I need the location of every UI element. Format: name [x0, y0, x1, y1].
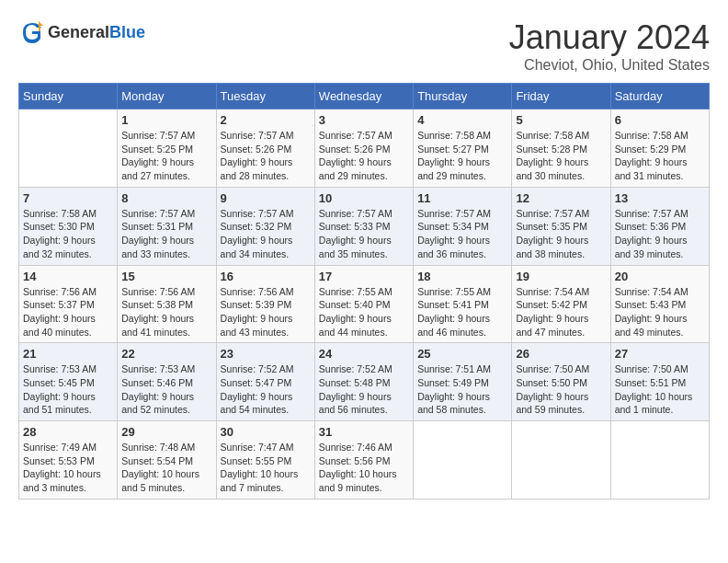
calendar-day-cell: 31Sunrise: 7:46 AMSunset: 5:56 PMDayligh… — [314, 421, 413, 500]
day-info: Sunrise: 7:47 AMSunset: 5:55 PMDaylight:… — [221, 441, 311, 495]
day-info: Sunrise: 7:54 AMSunset: 5:42 PMDaylight:… — [516, 285, 606, 339]
calendar-day-cell: 16Sunrise: 7:56 AMSunset: 5:39 PMDayligh… — [216, 265, 314, 343]
day-info: Sunrise: 7:58 AMSunset: 5:27 PMDaylight:… — [417, 129, 507, 183]
day-number: 22 — [121, 347, 211, 361]
weekday-row: SundayMondayTuesdayWednesdayThursdayFrid… — [19, 84, 710, 109]
calendar-week-row: 28Sunrise: 7:49 AMSunset: 5:53 PMDayligh… — [19, 421, 710, 500]
day-number: 31 — [319, 425, 409, 439]
day-number: 17 — [319, 270, 409, 283]
day-info: Sunrise: 7:50 AMSunset: 5:50 PMDaylight:… — [516, 362, 606, 417]
calendar-body: 1Sunrise: 7:57 AMSunset: 5:25 PMDaylight… — [19, 109, 710, 500]
day-info: Sunrise: 7:57 AMSunset: 5:34 PMDaylight:… — [417, 207, 507, 261]
day-number: 12 — [516, 191, 606, 205]
day-info: Sunrise: 7:57 AMSunset: 5:25 PMDaylight:… — [121, 129, 211, 183]
header: GeneralBlue January 2024 Cheviot, Ohio, … — [18, 18, 710, 74]
weekday-header: Saturday — [610, 84, 709, 109]
weekday-header: Friday — [512, 84, 610, 109]
day-number: 4 — [417, 113, 507, 127]
calendar-day-cell: 18Sunrise: 7:55 AMSunset: 5:41 PMDayligh… — [414, 265, 512, 343]
day-info: Sunrise: 7:53 AMSunset: 5:45 PMDaylight:… — [23, 362, 113, 417]
logo: GeneralBlue — [18, 18, 145, 46]
day-info: Sunrise: 7:57 AMSunset: 5:33 PMDaylight:… — [319, 207, 409, 261]
day-info: Sunrise: 7:57 AMSunset: 5:35 PMDaylight:… — [516, 207, 606, 261]
calendar-day-cell: 1Sunrise: 7:57 AMSunset: 5:25 PMDaylight… — [118, 109, 216, 188]
day-number: 2 — [221, 113, 311, 127]
day-number: 8 — [121, 191, 211, 205]
calendar-day-cell: 10Sunrise: 7:57 AMSunset: 5:33 PMDayligh… — [314, 187, 413, 265]
day-info: Sunrise: 7:51 AMSunset: 5:49 PMDaylight:… — [417, 362, 507, 417]
calendar-day-cell: 2Sunrise: 7:57 AMSunset: 5:26 PMDaylight… — [216, 109, 314, 188]
calendar-day-cell: 9Sunrise: 7:57 AMSunset: 5:32 PMDaylight… — [216, 187, 314, 265]
calendar-week-row: 14Sunrise: 7:56 AMSunset: 5:37 PMDayligh… — [19, 265, 710, 343]
logo-text: GeneralBlue — [48, 23, 145, 42]
calendar-day-cell: 29Sunrise: 7:48 AMSunset: 5:54 PMDayligh… — [118, 421, 216, 500]
day-info: Sunrise: 7:58 AMSunset: 5:29 PMDaylight:… — [615, 129, 705, 183]
subtitle: Cheviot, Ohio, United States — [509, 57, 710, 74]
day-info: Sunrise: 7:57 AMSunset: 5:32 PMDaylight:… — [221, 207, 311, 261]
day-info: Sunrise: 7:57 AMSunset: 5:36 PMDaylight:… — [615, 207, 705, 261]
calendar-day-cell — [414, 421, 512, 500]
day-number: 30 — [221, 425, 311, 439]
calendar-day-cell: 17Sunrise: 7:55 AMSunset: 5:40 PMDayligh… — [314, 265, 413, 343]
calendar-day-cell: 21Sunrise: 7:53 AMSunset: 5:45 PMDayligh… — [19, 343, 118, 421]
day-info: Sunrise: 7:56 AMSunset: 5:38 PMDaylight:… — [121, 285, 211, 339]
weekday-header: Monday — [118, 84, 216, 109]
day-number: 28 — [23, 425, 113, 439]
calendar-day-cell: 26Sunrise: 7:50 AMSunset: 5:50 PMDayligh… — [512, 343, 610, 421]
day-info: Sunrise: 7:56 AMSunset: 5:39 PMDaylight:… — [221, 285, 311, 339]
weekday-header: Sunday — [19, 84, 118, 109]
calendar-day-cell — [610, 421, 709, 500]
day-number: 19 — [516, 270, 606, 283]
day-info: Sunrise: 7:52 AMSunset: 5:47 PMDaylight:… — [221, 362, 311, 417]
day-number: 9 — [221, 191, 311, 205]
day-number: 25 — [417, 347, 507, 361]
logo-blue: Blue — [109, 23, 145, 41]
day-number: 26 — [516, 347, 606, 361]
day-info: Sunrise: 7:52 AMSunset: 5:48 PMDaylight:… — [319, 362, 409, 417]
day-info: Sunrise: 7:56 AMSunset: 5:37 PMDaylight:… — [23, 285, 113, 339]
day-number: 7 — [23, 191, 113, 205]
calendar-day-cell: 7Sunrise: 7:58 AMSunset: 5:30 PMDaylight… — [19, 187, 118, 265]
day-number: 1 — [121, 113, 211, 127]
day-info: Sunrise: 7:58 AMSunset: 5:28 PMDaylight:… — [516, 129, 606, 183]
day-number: 10 — [319, 191, 409, 205]
calendar-day-cell: 11Sunrise: 7:57 AMSunset: 5:34 PMDayligh… — [414, 187, 512, 265]
day-number: 14 — [23, 270, 113, 283]
day-number: 23 — [221, 347, 311, 361]
day-number: 29 — [121, 425, 211, 439]
day-info: Sunrise: 7:48 AMSunset: 5:54 PMDaylight:… — [121, 441, 211, 495]
day-info: Sunrise: 7:58 AMSunset: 5:30 PMDaylight:… — [23, 207, 113, 261]
day-info: Sunrise: 7:57 AMSunset: 5:26 PMDaylight:… — [319, 129, 409, 183]
calendar-day-cell: 22Sunrise: 7:53 AMSunset: 5:46 PMDayligh… — [118, 343, 216, 421]
day-number: 15 — [121, 270, 211, 283]
calendar-day-cell: 5Sunrise: 7:58 AMSunset: 5:28 PMDaylight… — [512, 109, 610, 188]
calendar-day-cell: 15Sunrise: 7:56 AMSunset: 5:38 PMDayligh… — [118, 265, 216, 343]
calendar-day-cell: 19Sunrise: 7:54 AMSunset: 5:42 PMDayligh… — [512, 265, 610, 343]
calendar-day-cell: 28Sunrise: 7:49 AMSunset: 5:53 PMDayligh… — [19, 421, 118, 500]
day-number: 13 — [615, 191, 705, 205]
calendar-day-cell: 6Sunrise: 7:58 AMSunset: 5:29 PMDaylight… — [610, 109, 709, 188]
main-title: January 2024 — [509, 18, 710, 57]
day-info: Sunrise: 7:46 AMSunset: 5:56 PMDaylight:… — [319, 441, 409, 495]
day-number: 24 — [319, 347, 409, 361]
day-info: Sunrise: 7:49 AMSunset: 5:53 PMDaylight:… — [23, 441, 113, 495]
calendar-day-cell: 23Sunrise: 7:52 AMSunset: 5:47 PMDayligh… — [216, 343, 314, 421]
calendar-header: SundayMondayTuesdayWednesdayThursdayFrid… — [19, 84, 710, 109]
calendar-day-cell: 27Sunrise: 7:50 AMSunset: 5:51 PMDayligh… — [610, 343, 709, 421]
day-number: 3 — [319, 113, 409, 127]
calendar-table: SundayMondayTuesdayWednesdayThursdayFrid… — [18, 83, 710, 500]
logo-icon — [18, 18, 46, 46]
calendar-day-cell: 14Sunrise: 7:56 AMSunset: 5:37 PMDayligh… — [19, 265, 118, 343]
day-number: 6 — [615, 113, 705, 127]
day-number: 21 — [23, 347, 113, 361]
weekday-header: Wednesday — [314, 84, 413, 109]
calendar-day-cell: 4Sunrise: 7:58 AMSunset: 5:27 PMDaylight… — [414, 109, 512, 188]
day-info: Sunrise: 7:57 AMSunset: 5:31 PMDaylight:… — [121, 207, 211, 261]
title-area: January 2024 Cheviot, Ohio, United State… — [509, 18, 710, 74]
calendar-day-cell — [512, 421, 610, 500]
day-number: 18 — [417, 270, 507, 283]
calendar-day-cell: 25Sunrise: 7:51 AMSunset: 5:49 PMDayligh… — [414, 343, 512, 421]
day-number: 20 — [615, 270, 705, 283]
day-info: Sunrise: 7:50 AMSunset: 5:51 PMDaylight:… — [615, 362, 705, 417]
day-number: 11 — [417, 191, 507, 205]
